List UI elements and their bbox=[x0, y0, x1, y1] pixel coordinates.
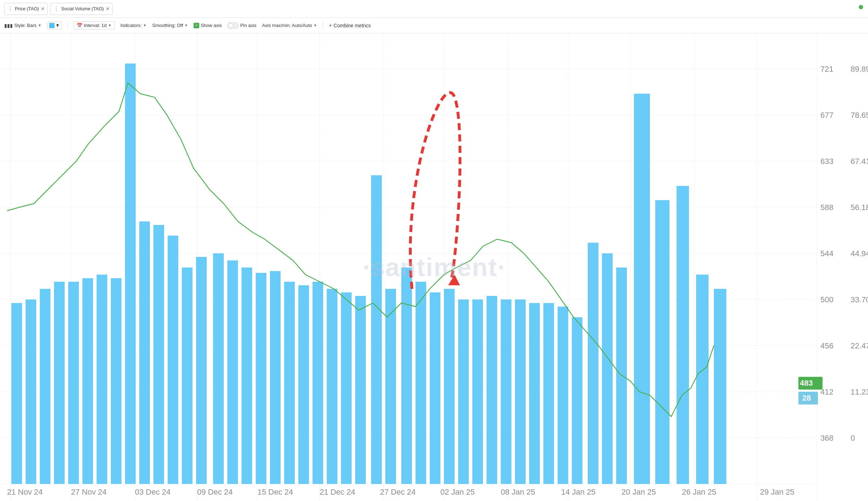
svg-rect-29 bbox=[82, 278, 93, 484]
svg-text:21 Nov 24: 21 Nov 24 bbox=[7, 488, 43, 496]
svg-text:0: 0 bbox=[851, 434, 855, 442]
interval-selector[interactable]: 📅 Interval: 1d ▼ bbox=[74, 21, 115, 29]
svg-rect-39 bbox=[227, 260, 238, 484]
color-swatch bbox=[49, 23, 55, 28]
show-axis-checkbox[interactable]: ✓ bbox=[194, 23, 199, 28]
svg-rect-45 bbox=[313, 282, 323, 484]
chart-area: ·santiment· .grid-line { stroke: #e8e8e8… bbox=[0, 33, 868, 501]
axis-maxmin-chevron: ▼ bbox=[314, 23, 317, 27]
svg-text:33.709: 33.709 bbox=[851, 295, 868, 304]
svg-rect-57 bbox=[487, 296, 497, 484]
smoothing-chevron: ▼ bbox=[184, 23, 188, 27]
svg-rect-25 bbox=[26, 299, 36, 484]
indicators-selector[interactable]: Indicators: ▼ bbox=[120, 23, 147, 28]
price-tao-tab[interactable]: ⋮ Price (TAO) × bbox=[4, 3, 48, 15]
svg-rect-28 bbox=[68, 282, 79, 484]
svg-rect-35 bbox=[168, 236, 178, 484]
axis-maxmin-label: Axis max/min: Auto/Auto bbox=[262, 23, 312, 28]
svg-rect-36 bbox=[182, 268, 192, 484]
pin-axis-switch[interactable] bbox=[227, 22, 239, 29]
svg-rect-67 bbox=[634, 94, 650, 484]
svg-marker-107 bbox=[448, 275, 460, 285]
svg-rect-33 bbox=[139, 221, 150, 484]
svg-text:27 Dec 24: 27 Dec 24 bbox=[380, 488, 416, 496]
smoothing-selector[interactable]: Smoothing: Off ▼ bbox=[152, 23, 188, 28]
color-picker[interactable]: ▼ bbox=[47, 22, 62, 29]
svg-text:456: 456 bbox=[820, 341, 834, 350]
pin-axis-toggle[interactable]: Pin axis bbox=[227, 22, 256, 29]
svg-rect-37 bbox=[196, 257, 207, 484]
svg-text:633: 633 bbox=[820, 157, 834, 166]
online-status-dot bbox=[859, 5, 863, 9]
indicators-label: Indicators: bbox=[120, 23, 142, 28]
price-tab-dots[interactable]: ⋮ bbox=[7, 5, 13, 12]
svg-rect-41 bbox=[256, 273, 266, 484]
svg-text:15 Dec 24: 15 Dec 24 bbox=[257, 488, 293, 496]
svg-rect-47 bbox=[341, 292, 352, 484]
social-tab-label: Social Volume (TAO) bbox=[61, 6, 104, 11]
svg-text:27 Nov 24: 27 Nov 24 bbox=[71, 488, 107, 496]
svg-rect-31 bbox=[111, 278, 121, 484]
svg-rect-65 bbox=[602, 253, 613, 484]
svg-rect-70 bbox=[696, 275, 709, 484]
metric-tabs-bar: ⋮ Price (TAO) × ⋮ Social Volume (TAO) × bbox=[0, 0, 868, 18]
svg-rect-40 bbox=[242, 268, 252, 484]
svg-rect-63 bbox=[572, 317, 582, 484]
svg-text:14 Jan 25: 14 Jan 25 bbox=[561, 488, 596, 496]
svg-rect-53 bbox=[430, 292, 440, 484]
interval-chevron: ▼ bbox=[108, 23, 112, 27]
svg-text:44.945: 44.945 bbox=[851, 249, 868, 258]
svg-rect-38 bbox=[213, 253, 224, 484]
show-axis-toggle[interactable]: ✓ Show axis bbox=[194, 23, 222, 28]
style-selector[interactable]: ▮▮▮ Style: Bars ▼ bbox=[4, 23, 42, 28]
svg-rect-62 bbox=[558, 307, 568, 484]
svg-rect-26 bbox=[40, 289, 50, 484]
svg-rect-44 bbox=[298, 285, 309, 484]
svg-rect-34 bbox=[153, 225, 164, 484]
svg-rect-66 bbox=[616, 268, 627, 484]
svg-text:02 Jan 25: 02 Jan 25 bbox=[440, 488, 475, 496]
svg-text:09 Dec 24: 09 Dec 24 bbox=[197, 488, 233, 496]
svg-text:483: 483 bbox=[800, 379, 813, 387]
svg-rect-59 bbox=[515, 299, 526, 484]
interval-label: Interval: 1d bbox=[84, 23, 107, 28]
bars-chart-icon: ▮▮▮ bbox=[4, 23, 13, 28]
svg-rect-50 bbox=[385, 289, 396, 484]
svg-rect-58 bbox=[501, 299, 511, 484]
combine-metrics-label: Combine metrics bbox=[333, 23, 371, 28]
svg-text:544: 544 bbox=[820, 249, 834, 258]
svg-rect-49 bbox=[371, 175, 382, 484]
social-volume-tab[interactable]: ⋮ Social Volume (TAO) × bbox=[50, 3, 113, 15]
price-tab-label: Price (TAO) bbox=[15, 6, 39, 11]
svg-rect-68 bbox=[655, 200, 669, 484]
social-tab-close[interactable]: × bbox=[106, 6, 109, 12]
svg-rect-46 bbox=[327, 289, 337, 484]
combine-metrics-button[interactable]: + Combine metrics bbox=[329, 22, 371, 29]
chart-toolbar: ▮▮▮ Style: Bars ▼ ▼ 📅 Interval: 1d ▼ Ind… bbox=[0, 18, 868, 33]
axis-maxmin-selector[interactable]: Axis max/min: Auto/Auto ▼ bbox=[262, 23, 317, 28]
plus-icon: + bbox=[329, 22, 332, 29]
svg-rect-43 bbox=[284, 282, 295, 484]
svg-text:11.236: 11.236 bbox=[851, 387, 868, 396]
svg-rect-52 bbox=[416, 282, 426, 484]
svg-text:29 Jan 25: 29 Jan 25 bbox=[760, 488, 794, 496]
divider-2 bbox=[323, 21, 323, 30]
svg-rect-56 bbox=[472, 299, 483, 484]
svg-rect-51 bbox=[401, 268, 412, 484]
svg-rect-32 bbox=[125, 64, 136, 484]
svg-text:89.89: 89.89 bbox=[851, 65, 868, 73]
svg-text:500: 500 bbox=[820, 295, 834, 304]
svg-text:08 Jan 25: 08 Jan 25 bbox=[501, 488, 535, 496]
svg-text:28: 28 bbox=[802, 393, 811, 402]
chart-svg: .grid-line { stroke: #e8e8e8; stroke-wid… bbox=[0, 33, 868, 501]
interval-icon: 📅 bbox=[77, 23, 82, 28]
svg-rect-64 bbox=[588, 243, 598, 484]
svg-text:67.418: 67.418 bbox=[851, 157, 868, 166]
svg-text:368: 368 bbox=[820, 434, 834, 442]
color-chevron: ▼ bbox=[55, 23, 60, 28]
social-tab-dots[interactable]: ⋮ bbox=[54, 5, 59, 12]
svg-rect-69 bbox=[677, 186, 689, 484]
svg-rect-60 bbox=[529, 303, 540, 484]
price-tab-close[interactable]: × bbox=[41, 6, 44, 12]
svg-rect-30 bbox=[97, 275, 107, 484]
